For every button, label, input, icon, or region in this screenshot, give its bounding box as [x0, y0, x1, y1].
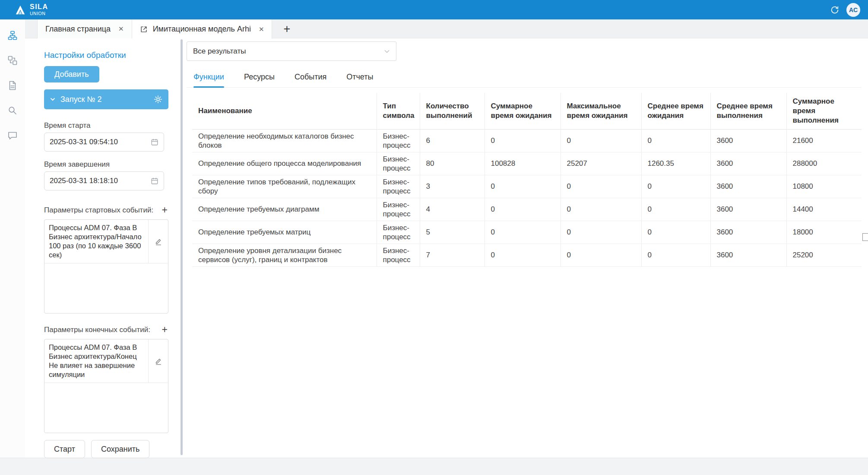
user-avatar[interactable]: AC: [846, 3, 860, 17]
start-event-text: Процессы ADM 07. Фаза B Бизнес архитекту…: [44, 220, 148, 263]
results-area: Все результаты Функции Ресурсы События О…: [184, 38, 868, 458]
calendar-icon[interactable]: [151, 177, 158, 185]
cell-total-wait: 0: [485, 244, 561, 266]
cell-avg-exec: 3600: [710, 152, 786, 175]
nav-item-comments[interactable]: [7, 130, 18, 141]
column-header-name: Наименование: [192, 93, 377, 129]
edit-icon: [155, 238, 162, 245]
column-header-avg-exec: Среднее время выполнения: [710, 93, 786, 129]
table-row[interactable]: Определение общего процесса моделировани…: [192, 152, 862, 175]
left-panel-scrollbar[interactable]: [181, 39, 183, 455]
document-icon: [7, 80, 18, 91]
run-label: Запуск № 2: [60, 95, 154, 104]
cell-max-wait: 0: [561, 221, 641, 244]
left-icon-rail: [0, 19, 25, 458]
result-tab-resources[interactable]: Ресурсы: [244, 73, 275, 87]
start-time-input[interactable]: 2025-03-31 09:54:10: [44, 133, 164, 152]
model-tab-icon: [140, 25, 148, 33]
cell-symbol-type: Бизнес-процесс: [377, 221, 420, 244]
cell-total-exec: 18000: [786, 221, 862, 244]
chevron-down-icon: [50, 97, 55, 102]
table-header-row: Наименование Тип символа Количество выпо…: [192, 93, 862, 129]
cell-avg-wait: 0: [641, 198, 710, 221]
nav-item-compare[interactable]: [7, 55, 18, 66]
end-events-box[interactable]: Процессы ADM 07. Фаза B Бизнес архитекту…: [44, 339, 168, 433]
tab-home-page[interactable]: Главная страница ✕: [37, 19, 132, 38]
close-icon[interactable]: ✕: [259, 25, 264, 33]
edit-end-event-button[interactable]: [148, 339, 168, 383]
column-header-total-wait: Суммарное время ожидания: [485, 93, 561, 129]
cell-avg-exec: 3600: [710, 198, 786, 221]
start-events-box[interactable]: Процессы ADM 07. Фаза B Бизнес архитекту…: [44, 219, 168, 314]
sila-union-logo: SILA UNION: [15, 3, 48, 16]
result-tab-events[interactable]: События: [295, 73, 326, 87]
hierarchy-icon: [7, 30, 18, 41]
cell-avg-exec: 3600: [710, 221, 786, 244]
cell-total-exec: 25200: [786, 244, 862, 266]
start-events-row: Параметры стартовых событий: +: [44, 205, 168, 215]
search-icon: [7, 105, 18, 116]
gear-icon[interactable]: [154, 95, 162, 104]
refresh-icon: [830, 5, 839, 15]
table-row[interactable]: Определение типов требований, подлежащих…: [192, 175, 862, 198]
cell-avg-wait: 0: [641, 221, 710, 244]
edit-start-event-button[interactable]: [148, 220, 168, 263]
nav-item-model-tree[interactable]: [7, 30, 18, 41]
cell-avg-exec: 3600: [710, 244, 786, 266]
end-time-input[interactable]: 2025-03-31 18:18:10: [44, 171, 164, 190]
start-time-label: Время старта: [44, 121, 168, 130]
table-row[interactable]: Определение требуемых матриц Бизнес-проц…: [192, 221, 862, 244]
cell-name: Определение уровня детализации бизнес се…: [192, 244, 377, 266]
save-button[interactable]: Сохранить: [91, 440, 149, 458]
logo-text: SILA UNION: [30, 3, 48, 16]
sila-logo-icon: [15, 4, 26, 16]
add-start-event-button[interactable]: +: [161, 205, 168, 215]
cell-total-exec: 288000: [786, 152, 862, 175]
tab-label: Главная страница: [45, 25, 111, 34]
cell-symbol-type: Бизнес-процесс: [377, 175, 420, 198]
start-time-value: 2025-03-31 09:54:10: [50, 138, 118, 146]
add-end-event-button[interactable]: +: [161, 325, 168, 335]
tab-strip: Главная страница ✕ Имитационная модель A…: [25, 19, 868, 38]
cell-max-wait: 25207: [561, 152, 641, 175]
table-row[interactable]: Определение необходимых каталогов бизнес…: [192, 129, 862, 152]
plus-icon: +: [162, 204, 168, 215]
new-tab-button[interactable]: +: [279, 19, 295, 38]
table-row[interactable]: Определение уровня детализации бизнес се…: [192, 244, 862, 266]
cell-total-wait: 0: [485, 129, 561, 152]
cell-max-wait: 0: [561, 198, 641, 221]
nav-item-documents[interactable]: [7, 80, 18, 91]
cell-max-wait: 0: [561, 175, 641, 198]
start-button[interactable]: Старт: [44, 440, 85, 458]
start-event-item[interactable]: Процессы ADM 07. Фаза B Бизнес архитекту…: [44, 220, 168, 263]
refresh-button[interactable]: [830, 5, 839, 15]
result-tab-reports[interactable]: Отчеты: [346, 73, 373, 87]
comment-icon: [7, 130, 18, 141]
cell-total-wait: 0: [485, 198, 561, 221]
cell-name: Определение требуемых матриц: [192, 221, 377, 244]
column-header-symbol-type: Тип символа: [377, 93, 420, 129]
cell-executions: 6: [420, 129, 485, 152]
column-header-avg-wait: Среднее время ожидания: [641, 93, 710, 129]
results-filter-select[interactable]: Все результаты: [187, 41, 396, 61]
close-icon[interactable]: ✕: [118, 25, 124, 33]
nav-item-search[interactable]: [7, 105, 18, 116]
cell-avg-wait: 0: [641, 244, 710, 266]
result-tab-functions[interactable]: Функции: [193, 73, 224, 87]
table-row[interactable]: Определение требуемых диаграмм Бизнес-пр…: [192, 198, 862, 221]
tab-simulation-model[interactable]: Имитационная модель Arhi ✕: [132, 19, 272, 39]
run-header[interactable]: Запуск № 2: [44, 89, 168, 109]
cell-max-wait: 0: [561, 129, 641, 152]
cell-avg-exec: 3600: [710, 129, 786, 152]
collapse-handle[interactable]: [862, 233, 868, 241]
end-event-item[interactable]: Процессы ADM 07. Фаза B Бизнес архитекту…: [44, 339, 168, 383]
calendar-icon[interactable]: [151, 138, 158, 146]
footer-bar: [0, 458, 868, 475]
cell-max-wait: 0: [561, 244, 641, 266]
cell-total-exec: 21600: [786, 129, 862, 152]
cell-total-wait: 0: [485, 221, 561, 244]
add-run-button[interactable]: Добавить: [44, 66, 99, 82]
panel-title: Настройки обработки: [44, 51, 168, 60]
cell-executions: 3: [420, 175, 485, 198]
start-events-label: Параметры стартовых событий:: [44, 206, 153, 215]
